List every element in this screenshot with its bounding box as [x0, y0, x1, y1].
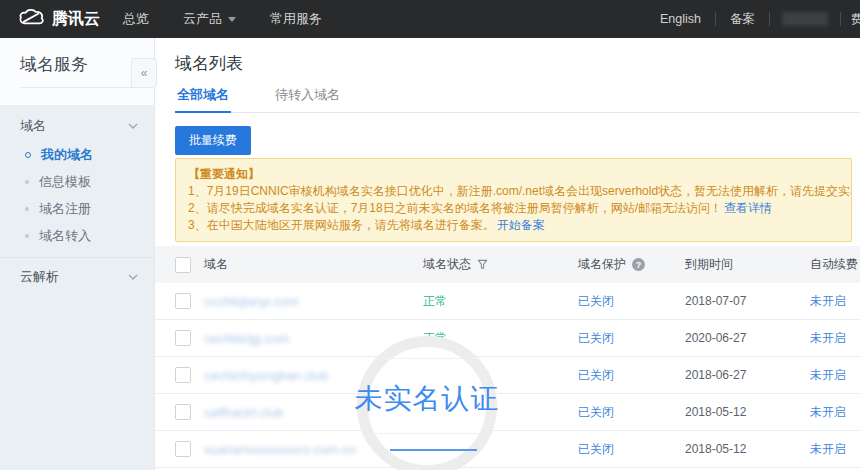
- table-header: 域名 域名状态 域名保护 ? 到期时间 自动续费: [155, 246, 860, 283]
- chevron-down-icon: [128, 274, 138, 280]
- tab-all-domains[interactable]: 全部域名: [175, 86, 231, 113]
- bullet-icon: [25, 152, 31, 158]
- nav-item-beian[interactable]: 备案: [716, 11, 769, 28]
- protection-cell[interactable]: 已关闭: [578, 405, 614, 419]
- language-switch[interactable]: English: [646, 12, 715, 26]
- nav-item-billing-partial[interactable]: 费: [851, 11, 860, 28]
- lens-row-divider: [374, 358, 480, 359]
- row-checkbox[interactable]: [175, 404, 191, 420]
- top-navbar: 腾讯云 总览 云产品 常用服务 English 备案 费: [0, 0, 860, 38]
- expiry-cell: 2020-06-27: [685, 331, 810, 345]
- magnifier-overlay: 未实名认证: [357, 336, 497, 470]
- divider: [0, 257, 154, 258]
- view-details-link[interactable]: 查看详情: [724, 201, 772, 215]
- header-status: 域名状态: [423, 256, 578, 273]
- sidebar-menu: 域名 我的域名 信息模板 域名注册 域名转入 云解析: [0, 105, 154, 470]
- not-verified-watermark: 未实名认证: [355, 380, 500, 418]
- row-checkbox[interactable]: [175, 330, 191, 346]
- domain-cell[interactable]: cechldcljg.com: [204, 331, 289, 346]
- status-cell: 正常: [423, 293, 578, 310]
- protection-cell[interactable]: 已关闭: [578, 294, 614, 308]
- domain-cell[interactable]: ccchliqlanyi.com: [204, 294, 299, 309]
- protection-cell[interactable]: 已关闭: [578, 442, 614, 456]
- bullet-icon: [25, 207, 29, 211]
- notice-line-3: 3、在中国大陆地区开展网站服务，请先将域名进行备案。开始备案: [188, 217, 839, 234]
- table-row: ccchliqlanyi.com 正常 已关闭 2018-07-07 未开启: [155, 283, 860, 320]
- cloud-logo-icon: [18, 8, 45, 31]
- expiry-cell: 2018-05-12: [685, 405, 810, 419]
- row-checkbox[interactable]: [175, 367, 191, 383]
- notice-line-1: 1、7月19日CNNIC审核机构域名实名接口优化中，新注册.com/.net域名…: [188, 183, 839, 200]
- expiry-cell: 2018-05-12: [685, 442, 810, 456]
- header-expiry: 到期时间: [685, 256, 810, 273]
- nav-item-overview[interactable]: 总览: [106, 0, 166, 38]
- auto-renew-cell[interactable]: 未开启: [810, 368, 846, 382]
- navbar-right: English 备案 费: [646, 0, 860, 38]
- table-row: cechldcljg.com 正常 已关闭 2020-06-27 未开启: [155, 320, 860, 357]
- bullet-icon: [25, 234, 29, 238]
- domain-cell[interactable]: xuananvooooooco.com.cn: [204, 442, 356, 457]
- divider: [840, 12, 841, 26]
- expiry-cell: 2018-06-27: [685, 368, 810, 382]
- filter-icon[interactable]: [477, 259, 488, 270]
- header-auto-renew: 自动续费: [810, 256, 860, 273]
- auto-renew-cell[interactable]: 未开启: [810, 331, 846, 345]
- notice-title: 【重要通知】: [188, 166, 839, 183]
- table-row: xuananvooooooco.com.cn 已关闭 2018-05-12 未开…: [155, 431, 860, 468]
- lens-magnified-link-underline: [390, 449, 477, 451]
- domain-table: 域名 域名状态 域名保护 ? 到期时间 自动续费 ccchliqlanyi.co…: [155, 246, 860, 468]
- sidebar: 域名服务 « 域名 我的域名 信息模板 域名注册 域名转入 云解析: [0, 38, 155, 470]
- help-icon[interactable]: ?: [632, 258, 645, 271]
- domain-cell[interactable]: saffhackf.club: [204, 405, 283, 420]
- sidebar-section-dns[interactable]: 云解析: [0, 260, 154, 294]
- collapse-icon: «: [141, 66, 148, 80]
- auto-renew-cell[interactable]: 未开启: [810, 405, 846, 419]
- start-beian-link[interactable]: 开始备案: [497, 218, 545, 232]
- sidebar-collapse-button[interactable]: «: [131, 58, 157, 88]
- row-checkbox[interactable]: [175, 293, 191, 309]
- sidebar-section-domain[interactable]: 域名: [0, 111, 154, 141]
- sidebar-item-info-templates[interactable]: 信息模板: [0, 168, 154, 195]
- tab-bar: 全部域名 待转入域名: [175, 86, 860, 113]
- row-checkbox[interactable]: [175, 441, 191, 457]
- nav-menu: 总览 云产品 常用服务: [106, 0, 339, 38]
- header-protection: 域名保护 ?: [578, 256, 685, 273]
- sidebar-item-my-domains[interactable]: 我的域名: [0, 141, 154, 168]
- page-title: 域名列表: [175, 52, 243, 75]
- auto-renew-cell[interactable]: 未开启: [810, 442, 846, 456]
- expiry-cell: 2018-07-07: [685, 294, 810, 308]
- nav-item-cloud-products[interactable]: 云产品: [166, 0, 253, 38]
- header-domain: 域名: [204, 256, 423, 273]
- auto-renew-cell[interactable]: 未开启: [810, 294, 846, 308]
- notice-line-2: 2、请尽快完成域名实名认证，7月18日之前未实名的域名将被注册局暂停解析，网站/…: [188, 200, 839, 217]
- bullet-icon: [25, 180, 29, 184]
- table-row: saffhackf.club 已关闭 2018-05-12 未开启: [155, 394, 860, 431]
- chevron-down-icon: [128, 123, 138, 129]
- important-notice-box: 【重要通知】 1、7月19日CNNIC审核机构域名实名接口优化中，新注册.com…: [175, 158, 852, 242]
- protection-cell[interactable]: 已关闭: [578, 331, 614, 345]
- account-name-blurred[interactable]: [782, 12, 828, 26]
- lens-row-divider: [374, 433, 480, 434]
- table-row: cechichiyongban.club 已关闭 2018-06-27 未开启: [155, 357, 860, 394]
- chevron-down-icon: [228, 17, 236, 22]
- tab-pending-transfer-in[interactable]: 待转入域名: [273, 86, 342, 113]
- batch-renew-button[interactable]: 批量续费: [175, 126, 251, 155]
- protection-cell[interactable]: 已关闭: [578, 368, 614, 382]
- sidebar-item-domain-transfer-in[interactable]: 域名转入: [0, 222, 154, 249]
- divider: [769, 12, 770, 26]
- main-content: 域名列表 全部域名 待转入域名 批量续费 【重要通知】 1、7月19日CNNIC…: [155, 38, 860, 470]
- tencent-cloud-logo[interactable]: 腾讯云: [18, 8, 100, 31]
- sidebar-item-domain-register[interactable]: 域名注册: [0, 195, 154, 222]
- domain-cell[interactable]: cechichiyongban.club: [204, 368, 328, 383]
- logo-text: 腾讯云: [52, 9, 100, 30]
- divider: [20, 87, 134, 88]
- select-all-checkbox[interactable]: [175, 257, 191, 273]
- nav-item-common-services[interactable]: 常用服务: [253, 0, 339, 38]
